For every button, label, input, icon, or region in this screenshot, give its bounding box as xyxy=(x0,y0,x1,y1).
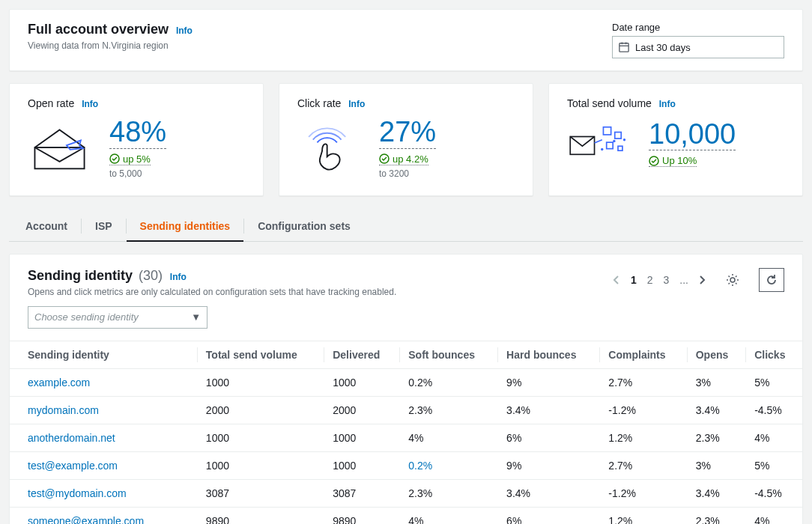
table-description: Opens and click metrics are only calcula… xyxy=(28,287,396,297)
total-send-change: Up 10% xyxy=(649,155,697,167)
info-link-header[interactable]: Info xyxy=(176,25,193,36)
card-total-send-title: Total send volume xyxy=(567,97,652,109)
svg-point-17 xyxy=(730,278,735,282)
chevron-left-icon xyxy=(613,275,620,284)
table-row: example.com100010000.2%9%2.7%3%5% xyxy=(10,368,802,396)
cell-tsv: 1000 xyxy=(197,424,324,451)
cell-del: 1000 xyxy=(324,424,399,451)
cell-op: 3.4% xyxy=(687,479,745,507)
cell-hb: 3.4% xyxy=(497,396,599,424)
col-7[interactable]: Clicks xyxy=(745,341,802,368)
info-link-table[interactable]: Info xyxy=(170,272,187,282)
identity-link[interactable]: someone@example.com xyxy=(28,515,144,524)
cell-cl: 4% xyxy=(745,424,802,451)
col-0[interactable]: Sending identity xyxy=(10,341,197,368)
info-link-total-send[interactable]: Info xyxy=(659,99,676,109)
col-1[interactable]: Total send volume xyxy=(197,341,324,368)
tab-sending-identities[interactable]: Sending identities xyxy=(127,211,244,241)
click-rate-change: up 4.2% xyxy=(379,153,428,165)
calendar-icon xyxy=(619,42,629,52)
select-placeholder: Choose sending identity xyxy=(34,311,139,323)
page-ellipsis: ... xyxy=(679,274,688,286)
cell-op: 2.3% xyxy=(687,507,745,524)
caret-down-icon: ▼ xyxy=(191,311,201,323)
col-4[interactable]: Hard bounces xyxy=(497,341,599,368)
col-6[interactable]: Opens xyxy=(687,341,745,368)
cell-tsv: 2000 xyxy=(197,396,324,424)
header-panel: Full account overview Info Viewing data … xyxy=(9,9,803,71)
date-range-block: Date range Last 30 days xyxy=(612,22,784,58)
cell-sb: 4% xyxy=(399,424,497,451)
tab-configuration-sets[interactable]: Configuration sets xyxy=(244,211,364,241)
card-click-rate: Click rate Info 27% up 4.2% to 3200 xyxy=(279,83,533,196)
cell-tsv: 9890 xyxy=(197,507,324,524)
open-rate-sub: to 5,000 xyxy=(109,168,166,179)
svg-rect-10 xyxy=(615,132,622,139)
settings-button[interactable] xyxy=(720,268,745,292)
metric-cards-row: Open rate Info 48% up 5% to 5,000 xyxy=(9,83,803,196)
cell-op: 3% xyxy=(687,451,745,479)
cell-op: 3.4% xyxy=(687,396,745,424)
cell-cp: 1.2% xyxy=(599,424,686,451)
cell-cl: 5% xyxy=(745,368,802,396)
refresh-button[interactable] xyxy=(759,268,784,292)
identity-link[interactable]: test@mydomain.com xyxy=(28,487,127,499)
pagination-next[interactable] xyxy=(699,275,706,284)
chevron-right-icon xyxy=(699,275,706,284)
info-link-click-rate[interactable]: Info xyxy=(348,99,365,109)
svg-point-13 xyxy=(601,148,603,150)
cell-del: 1000 xyxy=(324,451,399,479)
cell-sb: 0.2% xyxy=(399,368,497,396)
cell-sb: 2.3% xyxy=(399,396,497,424)
click-rate-value: 27% xyxy=(379,117,436,149)
identity-link[interactable]: anotherdomain.net xyxy=(28,432,115,444)
cell-tsv: 3087 xyxy=(197,479,324,507)
tab-account[interactable]: Account xyxy=(12,211,81,241)
cell-sb: 0.2% xyxy=(399,451,497,479)
svg-line-8 xyxy=(595,140,602,143)
total-send-value: 10,000 xyxy=(649,119,736,151)
cell-hb: 9% xyxy=(497,368,599,396)
gear-icon xyxy=(726,273,739,287)
card-total-send: Total send volume Info 10,0 xyxy=(548,83,803,196)
open-rate-value: 48% xyxy=(109,117,166,149)
header-subtitle: Viewing data from N.Virginia region xyxy=(28,40,193,51)
cell-hb: 6% xyxy=(497,424,599,451)
info-link-open-rate[interactable]: Info xyxy=(82,99,98,109)
identity-link[interactable]: mydomain.com xyxy=(28,404,99,416)
sending-identity-table: Sending identityTotal send volumeDeliver… xyxy=(10,341,802,524)
col-5[interactable]: Complaints xyxy=(599,341,686,368)
svg-rect-12 xyxy=(618,146,622,150)
svg-rect-9 xyxy=(603,127,610,135)
tabs-row: Account ISP Sending identities Configura… xyxy=(9,211,803,242)
sending-identity-select[interactable]: Choose sending identity ▼ xyxy=(28,306,207,329)
date-range-select[interactable]: Last 30 days xyxy=(612,36,784,58)
table-row: someone@example.com989098904%6%1.2%2.3%4… xyxy=(10,507,802,524)
click-rate-sub: to 3200 xyxy=(379,168,436,179)
col-2[interactable]: Delivered xyxy=(324,341,399,368)
card-open-rate-title: Open rate xyxy=(28,97,74,109)
col-3[interactable]: Soft bounces xyxy=(399,341,497,368)
cell-del: 9890 xyxy=(324,507,399,524)
cell-hb: 6% xyxy=(497,507,599,524)
check-circle-icon xyxy=(649,156,659,166)
cell-cp: 1.2% xyxy=(599,507,686,524)
identity-link[interactable]: test@example.com xyxy=(28,460,118,472)
identity-link[interactable]: example.com xyxy=(28,377,90,389)
open-rate-change: up 5% xyxy=(109,153,151,165)
cell-op: 3% xyxy=(687,368,745,396)
cell-cl: -4.5% xyxy=(745,479,802,507)
tab-isp[interactable]: ISP xyxy=(82,211,126,241)
page-2[interactable]: 2 xyxy=(647,274,653,286)
cell-sb: 4% xyxy=(399,507,497,524)
date-range-label: Date range xyxy=(612,22,784,33)
pagination-prev[interactable] xyxy=(613,275,620,284)
svg-rect-0 xyxy=(619,43,628,52)
refresh-icon xyxy=(766,274,778,286)
envelope-open-icon xyxy=(28,121,91,174)
cell-hb: 9% xyxy=(497,451,599,479)
cell-cp: 2.7% xyxy=(599,368,686,396)
cell-tsv: 1000 xyxy=(197,451,324,479)
page-1[interactable]: 1 xyxy=(631,274,637,286)
page-3[interactable]: 3 xyxy=(664,274,670,286)
